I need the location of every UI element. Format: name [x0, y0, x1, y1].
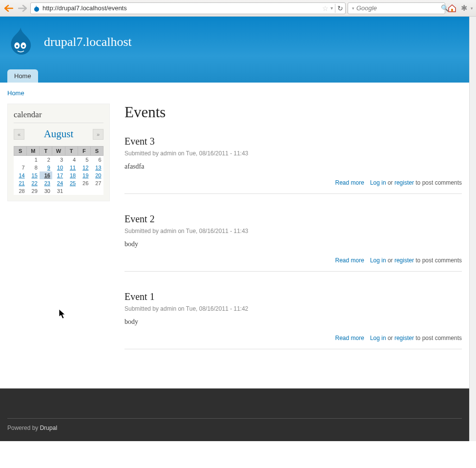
drupal-link[interactable]: Drupal	[40, 425, 57, 431]
calendar-day: 5	[78, 156, 90, 164]
node-title[interactable]: Event 1	[124, 291, 462, 302]
node: Event 2Submitted by admin on Tue, 08/16/…	[124, 213, 462, 272]
site-name[interactable]: drupal7.localhost	[44, 35, 132, 49]
dropdown-icon[interactable]: ▾	[471, 6, 473, 11]
home-icon[interactable]	[447, 3, 457, 13]
register-link[interactable]: register	[394, 257, 414, 264]
calendar-prev-button[interactable]: «	[14, 129, 24, 140]
node-links: Read moreLog in or register to post comm…	[124, 257, 462, 264]
calendar-day[interactable]: 15	[27, 171, 40, 179]
to-post-text: to post comments	[414, 335, 462, 341]
login-link[interactable]: Log in	[370, 257, 386, 264]
dropdown-icon[interactable]: ▾	[331, 5, 333, 11]
calendar-next-button[interactable]: »	[93, 129, 103, 140]
dropdown-icon[interactable]: ▾	[352, 6, 354, 11]
node-body: body	[124, 318, 462, 326]
register-link[interactable]: register	[394, 335, 414, 341]
calendar-day: 31	[52, 187, 65, 195]
calendar-day[interactable]: 23	[40, 179, 52, 187]
node-body: afasdfa	[124, 163, 462, 170]
forward-button[interactable]	[17, 2, 28, 14]
calendar-day[interactable]: 11	[65, 164, 78, 171]
calendar-day: 1	[27, 156, 40, 164]
powered-by-text: Powered by	[7, 425, 40, 431]
footer: Powered by Drupal	[0, 388, 469, 441]
read-more-link[interactable]: Read more	[335, 179, 364, 186]
calendar-day: 26	[78, 179, 90, 187]
url-input[interactable]	[42, 4, 320, 12]
calendar-day: 8	[27, 164, 40, 171]
calendar-day	[65, 187, 78, 195]
calendar-day[interactable]: 14	[14, 171, 27, 179]
divider	[335, 4, 335, 13]
calendar-day: 4	[65, 156, 78, 164]
calendar-day[interactable]: 24	[52, 179, 65, 187]
breadcrumb: Home	[0, 83, 469, 104]
login-link[interactable]: Log in	[370, 179, 386, 186]
calendar-day-header: T	[65, 147, 78, 156]
login-link[interactable]: Log in	[370, 335, 386, 341]
calendar-month[interactable]: August	[44, 128, 74, 140]
node: Event 1Submitted by admin on Tue, 08/16/…	[124, 291, 462, 349]
calendar-day: 7	[14, 164, 27, 171]
calendar-day[interactable]: 16	[40, 171, 52, 179]
node-submitted: Submitted by admin on Tue, 08/16/2011 - …	[124, 150, 462, 157]
calendar-day[interactable]: 22	[27, 179, 40, 187]
calendar-day: 2	[40, 156, 52, 164]
calendar-day[interactable]: 20	[90, 171, 103, 179]
node-links: Read moreLog in or register to post comm…	[124, 335, 462, 341]
calendar-day-header: S	[90, 147, 103, 156]
to-post-text: to post comments	[414, 179, 462, 186]
calendar-day-header: S	[14, 147, 27, 156]
bookmark-star-icon[interactable]: ☆	[322, 4, 329, 12]
back-button[interactable]	[3, 2, 15, 14]
calendar-day[interactable]: 10	[52, 164, 65, 171]
calendar-day[interactable]: 25	[65, 179, 78, 187]
svg-point-8	[16, 45, 18, 47]
breadcrumb-home[interactable]: Home	[7, 89, 24, 97]
sidebar: calendar « August » SMTWTFS 123456789101…	[7, 104, 110, 201]
calendar-day[interactable]: 12	[78, 164, 90, 171]
calendar-day[interactable]: 17	[52, 171, 65, 179]
node-body: body	[124, 240, 462, 248]
url-bar: ☆ ▾ ↻	[30, 2, 346, 14]
calendar-table: SMTWTFS 12345678910111213141516171819202…	[14, 146, 103, 195]
calendar-day-header: T	[40, 147, 52, 156]
register-link[interactable]: register	[394, 179, 414, 186]
node-submitted: Submitted by admin on Tue, 08/16/2011 - …	[124, 228, 462, 234]
calendar-day	[78, 187, 90, 195]
to-post-text: to post comments	[414, 257, 462, 264]
or-text: or	[386, 335, 394, 341]
node-title[interactable]: Event 2	[124, 213, 462, 225]
search-input[interactable]	[356, 4, 439, 12]
scrollbar[interactable]	[469, 17, 476, 441]
or-text: or	[386, 179, 394, 186]
site-header: drupal7.localhost Home	[0, 17, 469, 83]
browser-toolbar: ☆ ▾ ↻ ▾ 🔍 ✱ ▾	[0, 0, 476, 17]
page-title: Events	[124, 104, 462, 121]
read-more-link[interactable]: Read more	[335, 257, 364, 264]
calendar-day[interactable]: 9	[40, 164, 52, 171]
node-title[interactable]: Event 3	[124, 136, 462, 147]
calendar-day[interactable]: 18	[65, 171, 78, 179]
calendar-day	[90, 187, 103, 195]
calendar-day[interactable]: 13	[90, 164, 103, 171]
reload-icon[interactable]: ↻	[337, 4, 343, 12]
or-text: or	[386, 257, 394, 264]
calendar-day[interactable]: 19	[78, 171, 90, 179]
tab-home[interactable]: Home	[7, 69, 38, 83]
main-content: Events Event 3Submitted by admin on Tue,…	[124, 104, 462, 369]
calendar-day	[14, 156, 27, 164]
calendar-day[interactable]: 21	[14, 179, 27, 187]
node-links: Read moreLog in or register to post comm…	[124, 179, 462, 186]
calendar-block-title: calendar	[14, 110, 103, 123]
plugin-icon[interactable]: ✱	[459, 3, 469, 13]
site-favicon-icon	[33, 4, 41, 12]
search-bar: ▾ 🔍	[348, 2, 445, 14]
node-submitted: Submitted by admin on Tue, 08/16/2011 - …	[124, 305, 462, 312]
drupal-logo-icon[interactable]	[7, 26, 34, 57]
calendar-day-header: W	[52, 147, 65, 156]
read-more-link[interactable]: Read more	[335, 335, 364, 341]
calendar-day-header: M	[27, 147, 40, 156]
svg-rect-5	[451, 9, 453, 12]
